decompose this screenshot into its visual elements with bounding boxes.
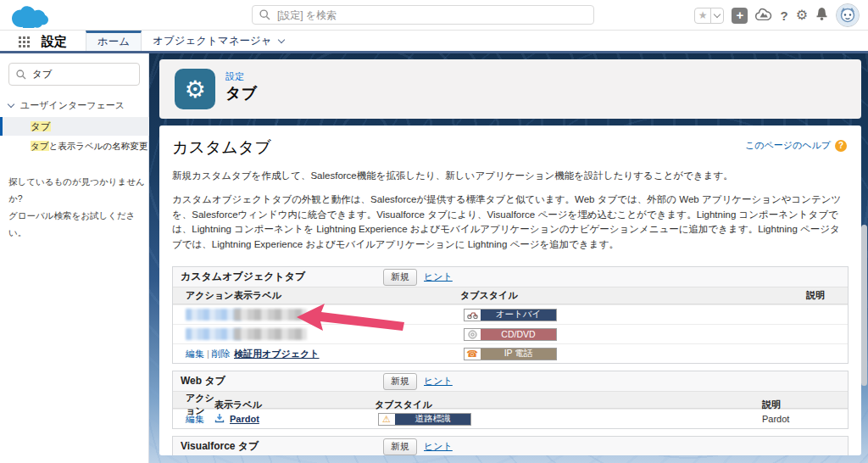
intro-paragraph-1: 新規カスタムタブを作成して、Salesforce機能を拡張したり、新しいアプリケ… <box>172 169 849 184</box>
setup-tile-gear-icon: ⚙ <box>175 69 215 109</box>
section-visualforce-tabs: Visualforce タブ 新規 ヒント アクション 表示ラベル タブスタイル… <box>172 436 849 455</box>
page-header-card: ⚙ 設定 タブ <box>159 59 861 119</box>
hint-link[interactable]: ヒント <box>424 271 453 283</box>
ip-phone-icon: ☎ <box>465 349 481 360</box>
tab-style-badge: オートバイ <box>464 309 557 321</box>
table-row: CD/DVD <box>173 324 848 343</box>
section-web-tabs: Web タブ 新規 ヒント アクション 表示ラベル タブスタイル 説明 編集 P… <box>172 371 849 429</box>
edit-link[interactable]: 編集 <box>186 414 204 424</box>
salesforce-logo[interactable] <box>11 3 48 31</box>
section-title: カスタムオブジェクトタブ <box>181 270 305 284</box>
col-description: 説明 <box>762 399 848 411</box>
tab-style-badge: ⚠ 道路標識 <box>378 413 471 426</box>
user-avatar[interactable] <box>836 3 860 27</box>
sidebar-section-user-interface[interactable]: ユーザインターフェース <box>8 99 125 112</box>
search-icon <box>16 70 26 80</box>
sidebar-section-label: ユーザインターフェース <box>20 99 125 112</box>
trailhead-icon[interactable] <box>755 8 772 24</box>
breadcrumb[interactable]: 設定 <box>225 70 244 83</box>
col-tab-style: タブスタイル <box>375 399 762 411</box>
new-button[interactable]: 新規 <box>383 373 417 390</box>
tab-home[interactable]: ホーム <box>86 31 142 51</box>
favorites-star-icon[interactable]: ★ <box>695 10 711 20</box>
new-button[interactable]: 新規 <box>383 438 417 455</box>
global-search <box>252 5 594 25</box>
global-header: ★ + ? ⚙ <box>0 0 868 31</box>
tab-object-manager[interactable]: オブジェクトマネージャ <box>142 31 294 51</box>
hint-link[interactable]: ヒント <box>424 440 453 453</box>
table-row: 編集|削除 検証用オブジェクト ☎ IP 電話 <box>173 343 848 363</box>
highlighted-text: タブ <box>31 121 51 131</box>
table-row: 編集 Pardot ⚠ 道路標識 Pardot <box>173 409 848 428</box>
help-question-icon: ? <box>835 140 847 152</box>
setup-sidebar: ユーザインターフェース タブ タブと表示ラベルの名称変更 探しているものが見つか… <box>0 53 149 463</box>
chevron-down-icon <box>277 36 284 42</box>
tab-home-label: ホーム <box>97 35 130 49</box>
intro-paragraph-2: カスタムオブジェクトタブの外観と動作は、Salesforceが提供する標準タブと… <box>172 192 849 253</box>
highlighted-text: タブ <box>31 141 49 151</box>
motorcycle-icon <box>465 310 481 321</box>
tab-style-badge: ☎ IP 電話 <box>464 348 557 360</box>
col-description: 説明 <box>806 289 848 302</box>
tab-label-link[interactable]: 検証用オブジェクト <box>234 349 320 359</box>
col-action: アクション <box>186 289 234 302</box>
sidebar-quick-find <box>8 63 140 86</box>
chevron-down-icon <box>8 101 14 108</box>
help-icon[interactable]: ? <box>780 8 787 23</box>
section-title: Visualforce タブ <box>181 439 259 454</box>
favorites-caret[interactable] <box>710 8 723 23</box>
hint-link[interactable]: ヒント <box>424 375 453 388</box>
search-icon <box>259 9 270 20</box>
app-launcher-icon[interactable] <box>18 36 30 47</box>
delete-link[interactable]: 削除 <box>212 349 231 359</box>
quick-add-icon[interactable]: + <box>732 8 748 24</box>
sidebar-help-text: 探しているものが見つかりませんか? グローバル検索をお試しください。 <box>8 174 148 242</box>
section-custom-object-tabs: カスタムオブジェクトタブ 新規 ヒント アクション 表示ラベル タブスタイル 説… <box>172 266 849 364</box>
edit-link[interactable]: 編集 <box>186 349 204 359</box>
setup-gear-icon[interactable]: ⚙ <box>796 8 808 22</box>
favorites-control[interactable]: ★ <box>694 8 725 24</box>
quick-find-input[interactable] <box>32 70 117 80</box>
cd-disc-icon <box>465 329 481 340</box>
tab-mini-icon <box>214 413 225 425</box>
setup-app-label: 設定 <box>42 34 67 51</box>
table-row: オートバイ <box>173 304 848 324</box>
global-search-input[interactable] <box>277 9 587 21</box>
col-tab-style: タブスタイル <box>460 289 806 302</box>
tab-label-link[interactable]: Pardot <box>230 414 259 424</box>
setup-nav-bar: 設定 ホーム オブジェクトマネージャ <box>0 31 868 53</box>
tab-object-manager-label: オブジェクトマネージャ <box>153 34 271 48</box>
col-label: 表示ラベル <box>214 399 375 411</box>
page-help-link[interactable]: このページのヘルプ ? <box>745 139 847 152</box>
section-title: Web タブ <box>181 374 225 388</box>
road-sign-icon: ⚠ <box>379 414 395 425</box>
sidebar-item-tabs[interactable]: タブ <box>0 117 149 136</box>
col-label: 表示ラベル <box>234 289 460 302</box>
custom-tabs-panel: カスタムタブ このページのヘルプ ? 新規カスタムタブを作成して、Salesfo… <box>159 126 861 455</box>
notifications-bell-icon[interactable] <box>815 7 828 25</box>
annotation-arrow <box>292 303 411 335</box>
tab-style-badge: CD/DVD <box>464 328 557 341</box>
page-title: タブ <box>225 83 257 103</box>
scrollbar-thumb[interactable] <box>861 225 867 386</box>
sidebar-item-rename-tabs-labels[interactable]: タブと表示ラベルの名称変更 <box>0 137 149 155</box>
new-button[interactable]: 新規 <box>383 269 417 286</box>
